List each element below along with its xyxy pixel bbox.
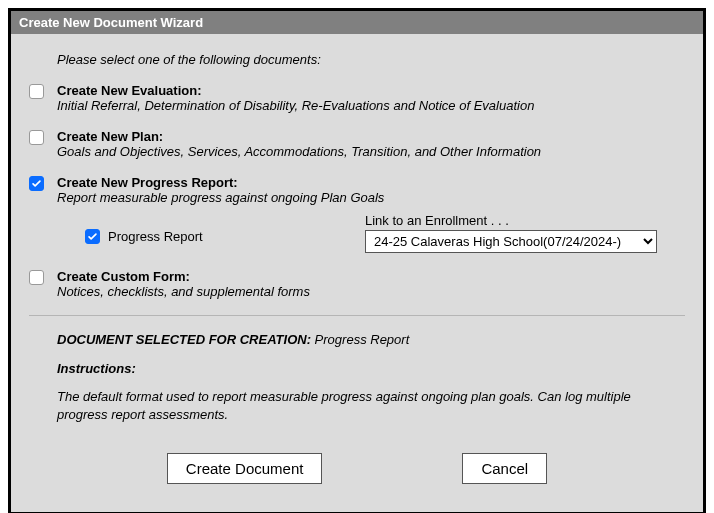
option-evaluation: Create New Evaluation: Initial Referral,… <box>29 83 685 113</box>
enrollment-select[interactable]: 24-25 Calaveras High School(07/24/2024-) <box>365 230 657 253</box>
checkbox-evaluation[interactable] <box>29 84 44 99</box>
selected-document-value: Progress Report <box>315 332 410 347</box>
wizard-window: Create New Document Wizard Please select… <box>8 8 706 513</box>
cancel-button[interactable]: Cancel <box>462 453 547 484</box>
separator <box>29 315 685 316</box>
create-document-button[interactable]: Create Document <box>167 453 323 484</box>
wizard-content: Please select one of the following docum… <box>11 34 703 512</box>
checkbox-plan[interactable] <box>29 130 44 145</box>
option-custom-title: Create Custom Form: <box>57 269 310 284</box>
checkbox-progress-sub[interactable] <box>85 229 100 244</box>
intro-text: Please select one of the following docum… <box>57 52 685 67</box>
option-progress-desc: Report measurable progress against ongoi… <box>57 190 685 205</box>
instructions-body: The default format used to report measur… <box>57 388 657 423</box>
checkbox-progress[interactable] <box>29 176 44 191</box>
selected-document-label: DOCUMENT SELECTED FOR CREATION: <box>57 332 311 347</box>
option-custom-desc: Notices, checklists, and supplemental fo… <box>57 284 310 299</box>
option-plan-title: Create New Plan: <box>57 129 541 144</box>
option-evaluation-desc: Initial Referral, Determination of Disab… <box>57 98 534 113</box>
progress-sub-label: Progress Report <box>108 229 203 244</box>
link-enrollment-label: Link to an Enrollment . . . <box>365 213 685 228</box>
button-row: Create Document Cancel <box>29 453 685 484</box>
instructions-heading: Instructions: <box>57 361 685 376</box>
option-evaluation-title: Create New Evaluation: <box>57 83 534 98</box>
progress-sub-row: Progress Report Link to an Enrollment . … <box>85 213 685 253</box>
option-progress: Create New Progress Report: Report measu… <box>29 175 685 253</box>
option-progress-title: Create New Progress Report: <box>57 175 685 190</box>
selected-document-line: DOCUMENT SELECTED FOR CREATION: Progress… <box>57 332 685 347</box>
option-plan: Create New Plan: Goals and Objectives, S… <box>29 129 685 159</box>
option-plan-desc: Goals and Objectives, Services, Accommod… <box>57 144 541 159</box>
checkbox-custom[interactable] <box>29 270 44 285</box>
option-custom: Create Custom Form: Notices, checklists,… <box>29 269 685 299</box>
window-title: Create New Document Wizard <box>11 11 703 34</box>
